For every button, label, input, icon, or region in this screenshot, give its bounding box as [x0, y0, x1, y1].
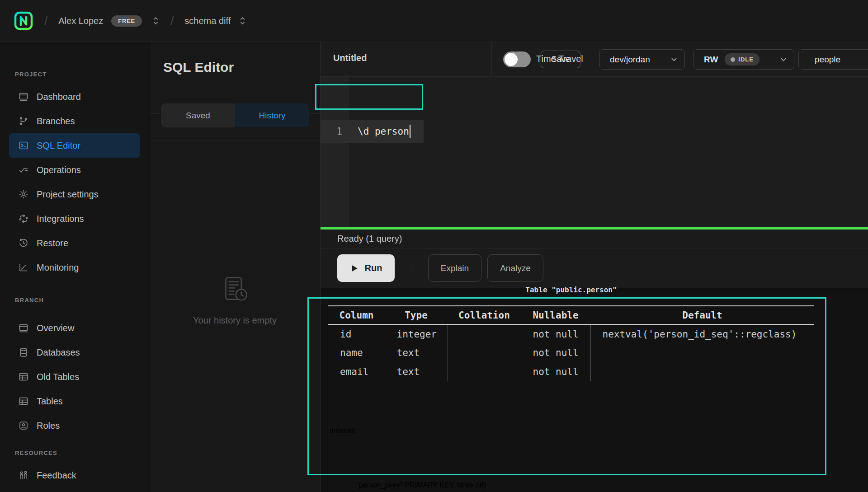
branches-icon [18, 116, 29, 127]
sidebar-item-label: Operations [37, 165, 81, 175]
sidebar-item-label: Old Tables [37, 372, 79, 382]
cell: not null [521, 343, 590, 362]
divider [491, 42, 492, 77]
sidebar-item-operations[interactable]: Operations [9, 158, 140, 182]
explain-button[interactable]: Explain [428, 254, 481, 282]
sql-editor-list-panel: SQL Editor Saved History Your history is… [149, 42, 320, 492]
breadcrumb-org[interactable]: Alex Lopez [58, 16, 103, 26]
index-entry: "person_pkey" PRIMARY KEY, btree (id) [330, 476, 543, 492]
sidebar-item-feedback[interactable]: Feedback [9, 463, 140, 487]
sidebar-item-project-settings[interactable]: Project settings [9, 182, 140, 206]
sidebar: PROJECT Dashboard Branches [0, 42, 149, 492]
sidebar-item-label: Restore [37, 238, 68, 248]
compute-status-text: IDLE [738, 56, 754, 63]
cell: nextval('person_id_seq'::regclass) [590, 324, 814, 343]
sidebar-item-label: Feedback [37, 470, 76, 481]
sidebar-item-label: Monitoring [37, 262, 79, 273]
run-button[interactable]: Run [337, 254, 395, 282]
text-cursor [410, 125, 411, 138]
editor-code-line[interactable]: \d person [358, 120, 410, 143]
sidebar-item-label: Branches [37, 116, 75, 127]
sql-editor-code-area[interactable]: 1 \d person [321, 77, 868, 227]
project-switcher-chevrons-icon[interactable] [239, 16, 246, 26]
column-header: Type [385, 306, 448, 324]
sidebar-section-project: PROJECT [15, 71, 149, 78]
plan-badge: FREE [111, 15, 142, 27]
sidebar-item-databases[interactable]: Databases [9, 340, 140, 365]
editor-line-number: 1 [321, 120, 342, 143]
editor-code-text: \d person [358, 126, 409, 137]
table-row: id integer not null nextval('person_id_s… [328, 324, 814, 343]
feedback-people-icon [18, 470, 29, 481]
breadcrumb-project[interactable]: schema diff [184, 16, 231, 26]
tab-history[interactable]: History [235, 103, 309, 127]
table-grid-icon [18, 371, 29, 382]
cell: email [328, 362, 385, 381]
neon-console: / Alex Lopez FREE / schema diff PROJECT … [0, 0, 868, 492]
sidebar-item-label: Overview [37, 323, 74, 333]
integrations-icon [18, 213, 29, 224]
cell [448, 343, 521, 362]
run-button-label: Run [365, 263, 382, 273]
sidebar-item-tables[interactable]: Tables [9, 389, 140, 413]
restore-clock-icon [18, 238, 29, 248]
tab-saved[interactable]: Saved [161, 103, 235, 127]
sidebar-item-branches[interactable]: Branches [9, 109, 140, 133]
cell: not null [521, 362, 590, 381]
sidebar-item-sql-editor[interactable]: SQL Editor [9, 133, 140, 158]
cell: text [385, 343, 448, 362]
column-header: Column [328, 306, 385, 324]
analyze-button[interactable]: Analyze [487, 254, 543, 282]
compute-selector[interactable]: RW IDLE [693, 49, 794, 70]
sql-editor-icon [18, 140, 29, 151]
cell: id [328, 324, 385, 343]
sidebar-item-roles[interactable]: Roles [9, 413, 140, 438]
databases-icon [18, 347, 29, 358]
sidebar-item-label: Project settings [37, 189, 99, 200]
time-travel-label: Time Travel [536, 54, 583, 64]
org-switcher-chevrons-icon[interactable] [152, 16, 160, 26]
status-dot-icon [731, 57, 735, 62]
divider [412, 260, 412, 276]
results-table-title: Table "public.person" [328, 286, 814, 294]
editor-gutter [321, 77, 349, 227]
cell [448, 324, 521, 343]
cell: name [328, 343, 385, 362]
sidebar-item-label: Databases [37, 347, 80, 358]
cell [590, 362, 814, 381]
dashboard-icon [18, 91, 29, 102]
cell [448, 362, 521, 381]
branch-selector[interactable]: dev/jordan [599, 49, 685, 70]
table-row: name text not null [328, 343, 814, 362]
sidebar-item-label: Tables [37, 396, 63, 407]
sidebar-item-monitoring[interactable]: Monitoring [9, 255, 140, 280]
database-selector[interactable]: people [798, 49, 868, 70]
sidebar-item-label: Dashboard [37, 92, 81, 102]
cell [590, 343, 814, 362]
monitoring-chart-icon [18, 262, 29, 273]
history-empty-state: Your history is empty [150, 276, 320, 326]
results-indexes-block: Indexes: "person_pkey" PRIMARY KEY, btre… [330, 386, 543, 492]
divider [150, 141, 320, 141]
sidebar-item-dashboard[interactable]: Dashboard [9, 84, 140, 109]
sidebar-item-restore[interactable]: Restore [9, 231, 140, 255]
query-actions-bar: Run Explain Analyze [321, 248, 868, 288]
table-grid-icon [18, 396, 29, 407]
neon-logo-icon[interactable] [14, 11, 33, 31]
settings-gear-icon [18, 189, 29, 200]
query-workspace: Untitled Save Time Travel dev/jordan RW … [320, 42, 868, 492]
column-header: Collation [448, 306, 521, 324]
time-travel-toggle[interactable] [503, 52, 531, 67]
status-text: Ready (1 query) [337, 234, 402, 244]
play-icon [350, 264, 359, 273]
breadcrumb-separator: / [44, 14, 47, 28]
column-header: Default [590, 306, 814, 324]
sidebar-item-overview[interactable]: Overview [9, 316, 140, 340]
page-title: SQL Editor [163, 60, 320, 75]
sidebar-item-integrations[interactable]: Integrations [9, 206, 140, 231]
sidebar-item-old-tables[interactable]: Old Tables [9, 365, 140, 389]
toggle-knob [505, 53, 518, 66]
results-table: Column Type Collation Nullable Default i… [328, 305, 814, 381]
cell: integer [385, 324, 448, 343]
database-selector-value: people [815, 55, 840, 65]
